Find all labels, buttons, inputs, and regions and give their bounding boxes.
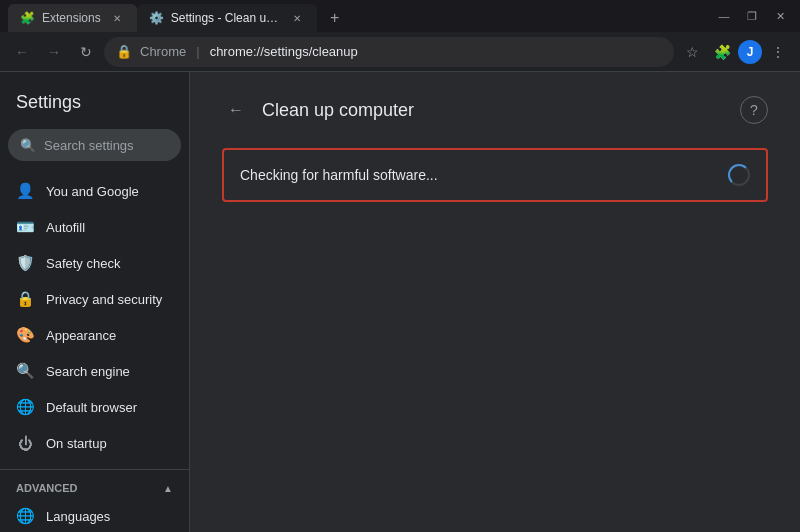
sidebar-item-label: Languages [46,509,110,524]
extensions-tab-label: Extensions [42,11,101,25]
advanced-section-header[interactable]: Advanced ▲ [0,478,189,498]
menu-button[interactable]: ⋮ [764,38,792,66]
close-button[interactable]: ✕ [768,4,792,28]
autofill-icon: 🪪 [16,218,34,236]
sidebar-item-search-engine[interactable]: 🔍 Search engine [0,353,181,389]
sidebar-item-label: You and Google [46,184,139,199]
tab-bar: 🧩 Extensions ✕ ⚙️ Settings - Clean up co… [8,0,712,32]
privacy-security-icon: 🔒 [16,290,34,308]
sidebar-item-label: On startup [46,436,107,451]
address-url: chrome://settings/cleanup [210,44,358,59]
nav-right-actions: ☆ 🧩 J ⋮ [678,38,792,66]
loading-spinner [728,164,750,186]
settings-tab-icon: ⚙️ [149,11,163,25]
settings-tab-close[interactable]: ✕ [289,10,305,26]
extensions-tab-close[interactable]: ✕ [109,10,125,26]
content-header: ← Clean up computer ? [222,96,768,124]
sidebar-item-you-and-google[interactable]: 👤 You and Google [0,173,181,209]
content-inner: ← Clean up computer ? Checking for harmf… [190,72,800,226]
appearance-icon: 🎨 [16,326,34,344]
sidebar-item-label: Autofill [46,220,85,235]
sidebar-item-autofill[interactable]: 🪪 Autofill [0,209,181,245]
chrome-label: Chrome [140,44,186,59]
default-browser-icon: 🌐 [16,398,34,416]
new-tab-button[interactable]: + [321,4,349,32]
on-startup-icon: ⏻ [16,434,34,452]
you-and-google-icon: 👤 [16,182,34,200]
sidebar-item-default-browser[interactable]: 🌐 Default browser [0,389,181,425]
content-header-left: ← Clean up computer [222,96,414,124]
sidebar-item-privacy-security[interactable]: 🔒 Privacy and security [0,281,181,317]
status-text: Checking for harmful software... [240,167,438,183]
status-card: Checking for harmful software... [222,148,768,202]
content-title: Clean up computer [262,100,414,121]
sidebar-item-label: Safety check [46,256,120,271]
tab-extensions[interactable]: 🧩 Extensions ✕ [8,4,137,32]
languages-icon: 🌐 [16,507,34,525]
content-area: ← Clean up computer ? Checking for harmf… [190,72,800,532]
extensions-button[interactable]: 🧩 [708,38,736,66]
title-bar: 🧩 Extensions ✕ ⚙️ Settings - Clean up co… [0,0,800,32]
refresh-button[interactable]: ↻ [72,38,100,66]
forward-button[interactable]: → [40,38,68,66]
settings-tab-label: Settings - Clean up computer [171,11,281,25]
help-button[interactable]: ? [740,96,768,124]
search-engine-icon: 🔍 [16,362,34,380]
bookmark-button[interactable]: ☆ [678,38,706,66]
safety-check-icon: 🛡️ [16,254,34,272]
advanced-chevron-icon: ▲ [163,483,173,494]
minimize-button[interactable]: — [712,4,736,28]
main-content: Settings 🔍 Search settings 👤 You and Goo… [0,72,800,532]
sidebar-item-label: Privacy and security [46,292,162,307]
sidebar-item-languages[interactable]: 🌐 Languages [0,498,181,532]
extensions-tab-icon: 🧩 [20,11,34,25]
sidebar: Settings 🔍 Search settings 👤 You and Goo… [0,72,190,532]
sidebar-item-label: Search engine [46,364,130,379]
search-icon: 🔍 [20,138,36,153]
address-bar[interactable]: 🔒 Chrome | chrome://settings/cleanup [104,37,674,67]
advanced-section-label: Advanced [16,482,78,494]
maximize-button[interactable]: ❐ [740,4,764,28]
tab-settings-cleanup[interactable]: ⚙️ Settings - Clean up computer ✕ [137,4,317,32]
address-separator: | [196,44,199,59]
sidebar-item-on-startup[interactable]: ⏻ On startup [0,425,181,461]
sidebar-item-label: Default browser [46,400,137,415]
search-input[interactable]: Search settings [44,138,134,153]
sidebar-item-safety-check[interactable]: 🛡️ Safety check [0,245,181,281]
sidebar-divider [0,469,189,470]
profile-button[interactable]: J [738,40,762,64]
sidebar-item-appearance[interactable]: 🎨 Appearance [0,317,181,353]
window-controls: — ❐ ✕ [712,4,792,28]
back-button[interactable]: ← [8,38,36,66]
sidebar-title: Settings [0,88,189,129]
lock-icon: 🔒 [116,44,132,59]
content-back-button[interactable]: ← [222,96,250,124]
sidebar-item-label: Appearance [46,328,116,343]
nav-bar: ← → ↻ 🔒 Chrome | chrome://settings/clean… [0,32,800,72]
sidebar-search-container: 🔍 Search settings [0,129,189,173]
